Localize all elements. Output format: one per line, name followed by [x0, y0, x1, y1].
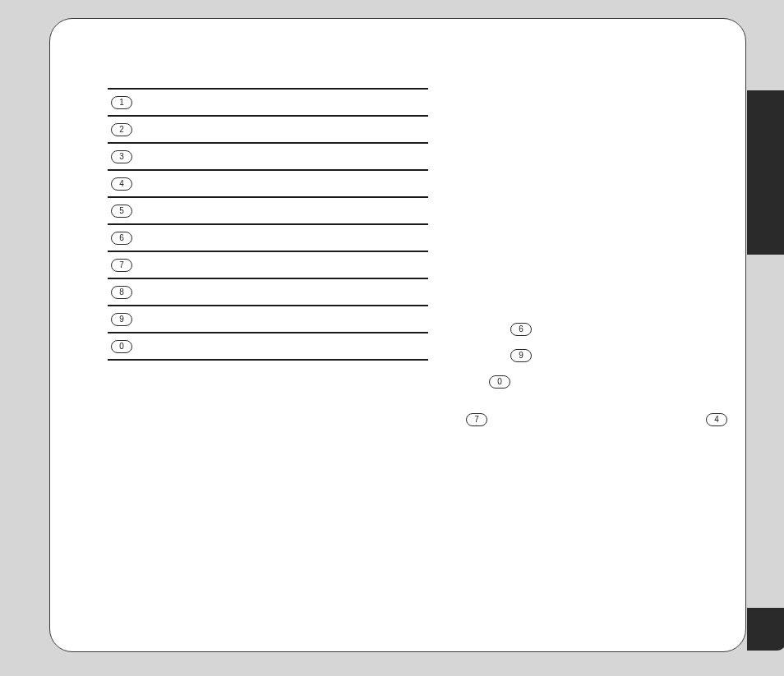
list-row: 7 [108, 252, 428, 279]
list-number-pill: 9 [111, 313, 132, 326]
list-row: 8 [108, 279, 428, 306]
list-number-pill: 2 [111, 123, 132, 136]
list-row: 2 [108, 117, 428, 144]
reference-pill: 7 [466, 413, 487, 426]
numbered-list: 1 2 3 4 5 6 7 8 9 0 [108, 55, 428, 361]
side-tab-lower [747, 608, 784, 651]
reference-pill: 4 [706, 413, 727, 426]
side-tab-upper [747, 90, 784, 255]
list-row: 5 [108, 198, 428, 225]
reference-pill: 0 [489, 375, 510, 389]
list-number-pill: 6 [111, 232, 132, 245]
list-number-pill: 3 [111, 150, 132, 163]
list-number-pill: 0 [111, 340, 132, 353]
list-row: 0 [108, 333, 428, 361]
reference-pill: 9 [510, 349, 532, 362]
list-number-pill: 7 [111, 259, 132, 272]
list-header-row [108, 55, 428, 90]
list-row: 3 [108, 144, 428, 171]
list-row: 9 [108, 306, 428, 333]
list-number-pill: 8 [111, 286, 132, 299]
list-row: 6 [108, 225, 428, 252]
list-number-pill: 5 [111, 205, 132, 218]
reference-pill: 6 [510, 323, 532, 336]
list-number-pill: 4 [111, 177, 132, 191]
document-page: 1 2 3 4 5 6 7 8 9 0 6 9 0 7 4 [49, 18, 746, 652]
list-row: 4 [108, 171, 428, 198]
list-number-pill: 1 [111, 96, 132, 109]
list-row: 1 [108, 90, 428, 117]
